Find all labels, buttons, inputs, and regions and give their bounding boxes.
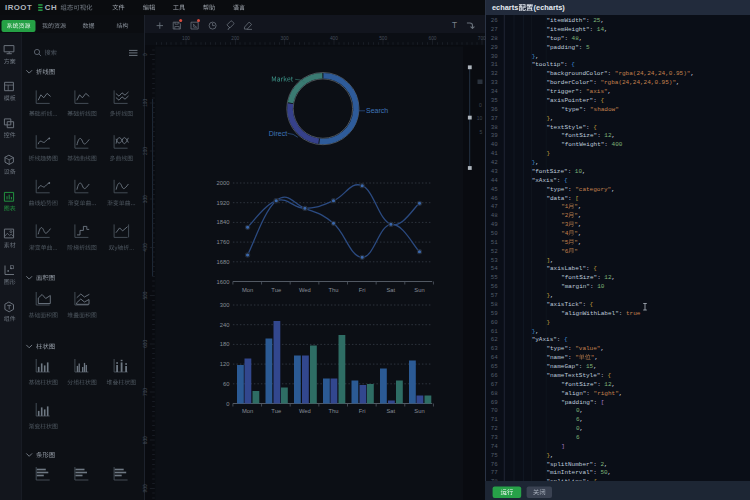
svg-text:10: 10 bbox=[597, 283, 605, 290]
svg-text:[: [ bbox=[601, 399, 605, 406]
svg-text:50: 50 bbox=[491, 230, 498, 237]
svg-text::: : bbox=[604, 141, 611, 148]
svg-text:,: , bbox=[535, 328, 539, 335]
svg-text:64: 64 bbox=[491, 354, 498, 361]
svg-text:"alignWithLabel": "alignWithLabel" bbox=[561, 310, 619, 317]
svg-text::: : bbox=[557, 336, 564, 343]
svg-text:Sun: Sun bbox=[414, 287, 424, 293]
svg-text:": " bbox=[575, 354, 579, 361]
svg-text::: : bbox=[608, 70, 615, 77]
svg-text:"axis": "axis" bbox=[586, 88, 608, 95]
svg-text:600: 600 bbox=[143, 339, 148, 347]
svg-text:,: , bbox=[535, 159, 539, 166]
svg-text:70: 70 bbox=[491, 407, 498, 414]
svg-text:49: 49 bbox=[491, 221, 498, 228]
svg-text:"itemHeight": "itemHeight" bbox=[546, 26, 589, 33]
svg-text:"nameGap": "nameGap" bbox=[546, 363, 578, 370]
svg-text:500: 500 bbox=[143, 291, 148, 299]
svg-text:,: , bbox=[578, 203, 582, 210]
svg-text:45: 45 bbox=[491, 186, 498, 193]
svg-text:Wed: Wed bbox=[299, 287, 311, 293]
svg-text:500: 500 bbox=[379, 36, 387, 41]
svg-text:Sun: Sun bbox=[414, 408, 424, 414]
svg-text::: : bbox=[564, 61, 571, 68]
svg-text:32: 32 bbox=[491, 70, 498, 77]
svg-text:66: 66 bbox=[491, 372, 498, 379]
svg-text:echarts: echarts bbox=[492, 3, 518, 12]
svg-text:"fontSize": "fontSize" bbox=[561, 381, 597, 388]
svg-text:"data": "data" bbox=[546, 195, 568, 202]
svg-text:Thu: Thu bbox=[329, 287, 339, 293]
svg-text:"axisTick": "axisTick" bbox=[546, 301, 582, 308]
svg-text:,: , bbox=[690, 70, 694, 77]
svg-text:61: 61 bbox=[491, 328, 498, 335]
svg-text:400: 400 bbox=[143, 243, 148, 251]
svg-text::: : bbox=[593, 461, 600, 468]
svg-text:Wed: Wed bbox=[299, 408, 311, 414]
svg-text:,: , bbox=[550, 257, 554, 264]
svg-text:Tue: Tue bbox=[271, 287, 281, 293]
svg-text:37: 37 bbox=[491, 115, 498, 122]
svg-text::: : bbox=[597, 274, 604, 281]
svg-text:100: 100 bbox=[182, 36, 190, 41]
svg-text::: : bbox=[586, 390, 593, 397]
svg-text:34: 34 bbox=[491, 88, 498, 95]
svg-text:"top": "top" bbox=[546, 35, 564, 42]
svg-text:,: , bbox=[604, 26, 608, 33]
svg-text:72: 72 bbox=[491, 425, 498, 432]
svg-text:68: 68 bbox=[491, 390, 498, 397]
svg-text:1680: 1680 bbox=[217, 259, 230, 265]
svg-text:"4: "4 bbox=[561, 230, 569, 237]
svg-text:,: , bbox=[608, 469, 612, 476]
svg-text:}: } bbox=[546, 150, 550, 157]
svg-text:Sat: Sat bbox=[386, 287, 395, 293]
svg-text:48: 48 bbox=[491, 212, 498, 219]
svg-text::: : bbox=[568, 354, 575, 361]
svg-text:100: 100 bbox=[143, 98, 148, 106]
svg-text:,: , bbox=[580, 425, 584, 432]
svg-text:51: 51 bbox=[491, 239, 498, 246]
svg-text:,: , bbox=[593, 363, 597, 370]
svg-text:,: , bbox=[608, 88, 612, 95]
svg-text::: : bbox=[579, 44, 586, 51]
svg-text:,: , bbox=[578, 239, 582, 246]
svg-text::: : bbox=[557, 177, 564, 184]
svg-text:"6: "6 bbox=[561, 248, 569, 255]
svg-text:,: , bbox=[604, 461, 608, 468]
svg-text:{: { bbox=[600, 97, 604, 104]
svg-text::: : bbox=[583, 106, 590, 113]
svg-text:"yAxis": "yAxis" bbox=[532, 336, 557, 343]
svg-text::: : bbox=[593, 469, 600, 476]
svg-text:"nameTextStyle": "nameTextStyle" bbox=[546, 372, 600, 379]
svg-text:": " bbox=[574, 248, 578, 255]
svg-text:Tue: Tue bbox=[271, 408, 281, 414]
svg-text:53: 53 bbox=[491, 257, 498, 264]
svg-text:58: 58 bbox=[491, 301, 498, 308]
svg-text:400: 400 bbox=[612, 141, 623, 148]
svg-text:1840: 1840 bbox=[217, 219, 230, 225]
svg-text:180: 180 bbox=[220, 341, 230, 347]
svg-text:800: 800 bbox=[143, 436, 148, 444]
svg-text:,: , bbox=[579, 35, 583, 42]
svg-text:{: { bbox=[564, 336, 568, 343]
svg-text:54: 54 bbox=[491, 265, 498, 272]
svg-text:57: 57 bbox=[491, 292, 498, 299]
svg-text:]: ] bbox=[561, 443, 565, 450]
svg-text::: : bbox=[582, 301, 589, 308]
svg-text:56: 56 bbox=[491, 283, 498, 290]
svg-text:"minInterval": "minInterval" bbox=[546, 469, 593, 476]
svg-text:,: , bbox=[612, 381, 616, 388]
svg-text:200: 200 bbox=[143, 147, 148, 155]
svg-text:Fri: Fri bbox=[359, 287, 366, 293]
svg-text:77: 77 bbox=[491, 469, 498, 476]
svg-text:[: [ bbox=[575, 195, 579, 202]
svg-text:Search: Search bbox=[366, 107, 388, 114]
svg-text:(echarts): (echarts) bbox=[534, 3, 566, 12]
svg-text:"itemWidth": "itemWidth" bbox=[546, 17, 586, 24]
svg-text:60: 60 bbox=[223, 381, 229, 387]
svg-text::: : bbox=[590, 26, 597, 33]
svg-text:"padding": "padding" bbox=[546, 44, 578, 51]
svg-text::: : bbox=[564, 35, 571, 42]
svg-text:900: 900 bbox=[143, 484, 148, 492]
svg-text:"value": "value" bbox=[575, 345, 600, 352]
